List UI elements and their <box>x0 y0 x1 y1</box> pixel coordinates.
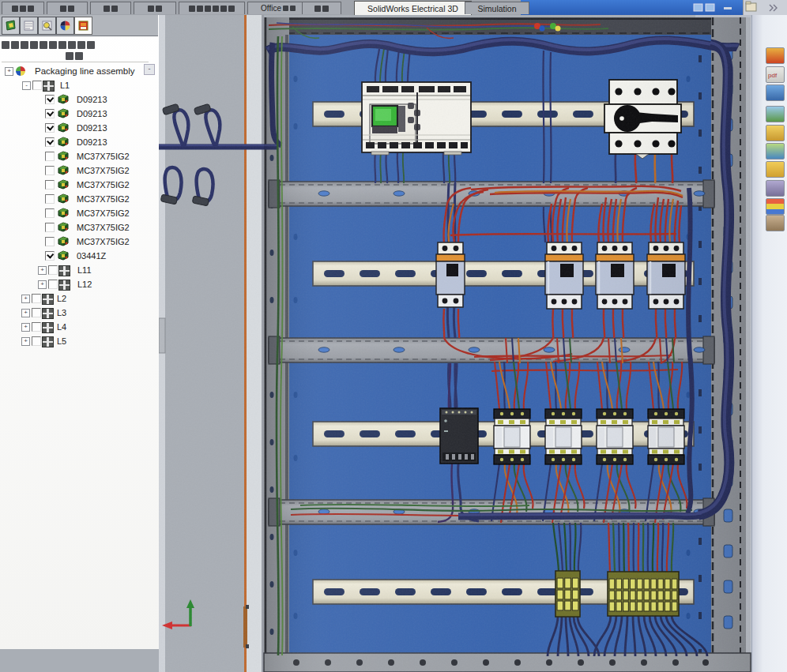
svg-text:pdf: pdf <box>768 72 778 79</box>
